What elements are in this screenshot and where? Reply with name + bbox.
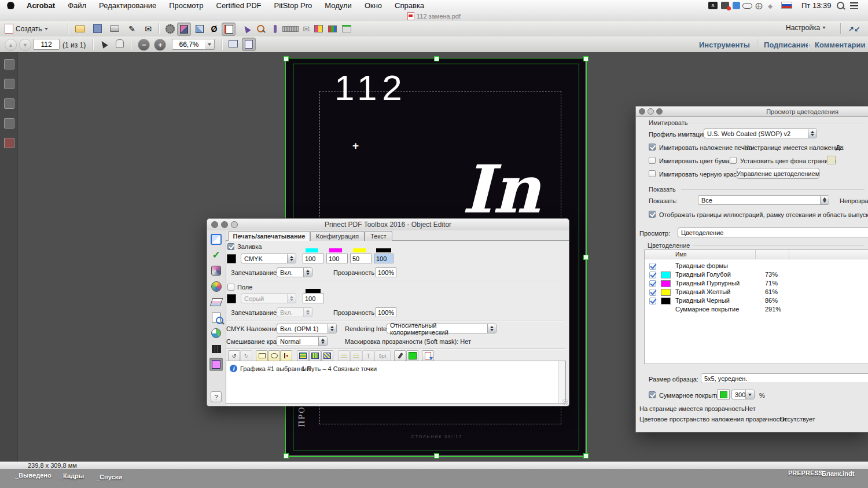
open-file-icon[interactable] [73, 23, 86, 35]
spotlight-helper-icon[interactable]: ◆ [767, 2, 774, 9]
selection-handle[interactable] [434, 56, 439, 61]
print-icon[interactable] [108, 23, 121, 35]
menu-file[interactable]: Файл [61, 0, 93, 11]
minimize-icon[interactable] [221, 221, 228, 228]
show-select[interactable]: Все [698, 195, 829, 205]
crosshair-status-icon[interactable]: ⨁ [755, 2, 763, 9]
ink-manager-button[interactable]: Управление цветоделением [737, 168, 819, 179]
fill-cyan-input[interactable]: 100 [303, 254, 324, 263]
select-tool-icon[interactable] [240, 23, 253, 35]
sample-size-select[interactable]: 5x5, усреднен. [701, 373, 868, 383]
create-button[interactable]: Создать [5, 23, 48, 34]
fill-overprint-select[interactable]: Вкл. [277, 267, 312, 277]
pie-tool-icon[interactable] [209, 326, 223, 340]
menu-plugins[interactable]: Модули [318, 0, 358, 11]
scrollbar[interactable] [558, 361, 565, 403]
page-background-checkbox[interactable] [730, 157, 737, 164]
menu-window[interactable]: Окно [358, 0, 388, 11]
page-background-swatch[interactable] [827, 156, 836, 164]
fill-magenta-input[interactable]: 100 [326, 254, 348, 263]
simulate-overprint-checkbox[interactable] [649, 144, 656, 151]
pitstop-edit-icon[interactable] [193, 23, 206, 35]
maximize-icon[interactable] [231, 221, 238, 228]
inspect-doc-tool-icon[interactable] [209, 311, 223, 324]
stroke-checkbox[interactable] [227, 284, 234, 291]
simulation-profile-select[interactable]: U.S. Web Coated (SWOP) v2 [704, 129, 817, 138]
keyboard-layout-flag-icon[interactable] [781, 2, 792, 9]
resize-grip[interactable] [562, 399, 568, 405]
object-editor-tool-icon[interactable] [209, 358, 223, 371]
loupe-tool-icon[interactable] [254, 23, 267, 35]
desktop-folder-label[interactable]: PREPRESS [788, 469, 823, 476]
apply-to-pdf-icon[interactable] [422, 350, 434, 361]
fill-black-input[interactable]: 100 [374, 254, 393, 263]
spotlight-search-icon[interactable] [837, 2, 844, 9]
fill-colorspace-select[interactable]: CMYK [241, 254, 296, 263]
tab-comments[interactable]: Комментарии [815, 41, 866, 49]
selection-handle[interactable] [284, 56, 289, 61]
coverage-highlight-swatch[interactable] [717, 389, 730, 400]
settings-menu-button[interactable]: Настройка [786, 24, 826, 32]
fill-opacity-input[interactable]: 100% [376, 267, 396, 277]
save-icon[interactable] [91, 23, 104, 35]
maximize-icon[interactable] [656, 108, 663, 115]
coverage-threshold-select[interactable]: 300 [731, 390, 755, 399]
attachments-icon[interactable] [4, 98, 14, 109]
tab-text[interactable]: Текст [365, 231, 392, 241]
apple-menu-icon[interactable] [7, 2, 14, 9]
tab-configuration[interactable]: Конфигурация [310, 231, 365, 241]
close-icon[interactable] [211, 221, 218, 228]
grid-select-2-icon[interactable] [309, 350, 321, 361]
separations-bars-icon[interactable] [326, 23, 339, 35]
email-icon[interactable]: ✉ [142, 23, 155, 35]
stroke-value-input[interactable]: 100 [303, 293, 324, 303]
next-page-button[interactable]: ▼ [19, 39, 31, 51]
hand-tool-icon[interactable] [113, 38, 126, 50]
fit-page-icon[interactable] [242, 38, 256, 51]
plate-visible-checkbox[interactable] [649, 280, 656, 287]
output-tray-icon[interactable] [340, 23, 353, 35]
preflight-gear-icon[interactable] [164, 23, 176, 35]
select-cursor-icon[interactable] [97, 38, 110, 50]
stroke-opacity-input[interactable]: 100% [376, 307, 396, 317]
fill-color-swatch[interactable] [227, 254, 236, 263]
grid-tool-icon[interactable] [209, 342, 223, 355]
tab-sign[interactable]: Подписание [764, 41, 810, 49]
undo-icon[interactable]: ↺ [228, 350, 240, 361]
separations-title-bar[interactable]: Просмотр цветоделения [636, 107, 868, 117]
selection-handle[interactable] [583, 255, 589, 260]
eyedropper-pick-icon[interactable] [394, 350, 406, 361]
blend-mode-select[interactable]: Normal [277, 336, 328, 346]
menu-acrobat[interactable]: Acrobat [20, 0, 61, 11]
plate-visible-checkbox[interactable] [649, 298, 656, 304]
total-coverage-checkbox[interactable] [649, 391, 656, 398]
selection-info-list[interactable]: Графика #1 выбранный 1 Путь – 4 Связные … [226, 361, 566, 403]
layers-tool-icon[interactable] [209, 295, 223, 309]
window-title-bar[interactable]: 112 замена.pdf [0, 11, 868, 21]
page-number-input[interactable]: 112 [33, 39, 60, 50]
previous-page-button[interactable]: ▲ [5, 39, 17, 51]
bookmarks-icon[interactable] [4, 79, 14, 89]
plate-visible-checkbox[interactable] [649, 271, 656, 278]
eyedropper-tool-icon[interactable] [269, 23, 281, 35]
current-color-swatch[interactable] [406, 350, 418, 361]
fit-width-icon[interactable] [227, 38, 240, 50]
check-tool-icon[interactable]: ✓ [209, 248, 223, 262]
zoom-dropdown-arrow[interactable] [205, 39, 215, 50]
signatures-icon[interactable] [4, 118, 14, 129]
path-points-tool-icon[interactable] [280, 350, 292, 361]
menu-view[interactable]: Просмотр [163, 0, 209, 11]
grid-select-1-icon[interactable] [297, 350, 309, 361]
ellipse-tool-icon[interactable] [268, 350, 280, 361]
simulate-black-ink-checkbox[interactable] [649, 170, 656, 177]
selection-handle[interactable] [434, 453, 439, 458]
zoom-out-button[interactable]: − [138, 39, 150, 51]
selection-handle[interactable] [284, 453, 289, 458]
desktop-folder-label[interactable]: _Кадры [60, 472, 84, 479]
grid-select-3-icon[interactable] [321, 350, 333, 361]
help-button[interactable]: ? [211, 391, 222, 402]
preview-select[interactable]: Цветоделение [678, 228, 868, 237]
close-icon[interactable] [639, 108, 645, 115]
zoom-level-input[interactable]: 66,7% [172, 39, 206, 50]
pitstop-globalchange-icon[interactable]: Ø [208, 23, 220, 35]
